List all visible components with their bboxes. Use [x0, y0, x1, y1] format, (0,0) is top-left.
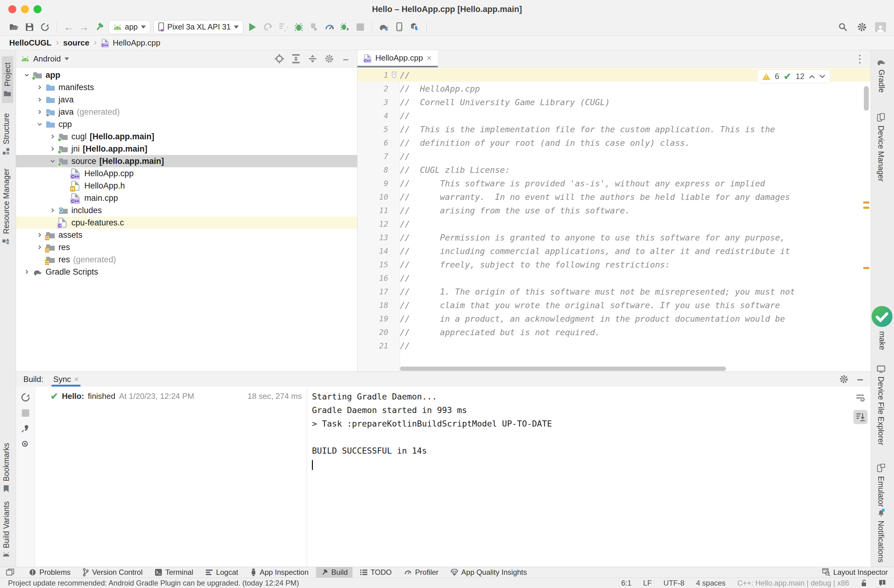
build-console[interactable]: Starting Gradle Daemon... Gradle Daemon … [307, 387, 871, 567]
scroll-to-end-icon[interactable] [853, 410, 868, 424]
status-message[interactable]: Project update recommended: Android Grad… [8, 579, 299, 587]
back-icon[interactable]: ← [62, 21, 75, 33]
code-line[interactable]: 14// including commercial applications, … [358, 244, 871, 258]
code-area[interactable]: 1 // 2// HelloApp.cpp 3// Cornell Univer… [358, 68, 871, 371]
prev-problem-icon[interactable] [809, 74, 815, 79]
code-line[interactable]: 11// arising from the use of this softwa… [358, 204, 871, 217]
breadcrumb-folder[interactable]: source [63, 38, 89, 48]
tool-button-profiler[interactable]: Profiler [399, 567, 443, 578]
warning-stripe-mark[interactable] [863, 267, 869, 269]
build-context[interactable]: C++: Hello.app.main | debug | x86 [737, 579, 849, 587]
fold-marker-icon[interactable] [388, 72, 400, 78]
hide-panel-icon[interactable]: – [857, 376, 863, 382]
tool-tab-device-manager[interactable]: Device Manager [876, 113, 885, 181]
tree-row-cpp[interactable]: cpp [16, 118, 357, 130]
collapse-all-icon[interactable] [306, 53, 319, 65]
code-line[interactable]: 12// [358, 217, 871, 231]
chevron-expanded-icon[interactable] [21, 73, 33, 77]
build-tab-sync[interactable]: Sync × [51, 372, 81, 387]
code-line[interactable]: 18// claim that you wrote the original s… [358, 298, 871, 312]
gear-icon[interactable] [839, 375, 849, 384]
editor-options-kebab-icon[interactable]: ⋮ [855, 53, 865, 65]
debug-icon[interactable] [293, 21, 305, 33]
tool-button-terminal[interactable]: Terminal [150, 567, 198, 578]
code-line[interactable]: 2// HelloApp.cpp [358, 82, 871, 95]
zoom-window-button[interactable] [33, 5, 42, 13]
refresh-icon[interactable] [21, 393, 30, 402]
code-line[interactable]: 10// warranty. In no event will the auth… [358, 190, 871, 204]
chevron-collapsed-icon[interactable] [34, 233, 45, 237]
tree-row-java[interactable]: java [16, 93, 357, 106]
editor-hscrollbar[interactable] [400, 366, 858, 371]
settings-gear-icon[interactable] [856, 21, 868, 33]
build-hammer-icon[interactable] [93, 21, 106, 33]
avatar[interactable] [875, 22, 886, 32]
apply-code-changes-icon[interactable] [277, 21, 290, 33]
tab-helloapp-cpp[interactable]: C++ HelloApp.cpp × [358, 50, 438, 67]
tree-row-jni[interactable]: jni [Hello.app.main] [16, 143, 357, 155]
chevron-collapsed-icon[interactable] [34, 110, 45, 114]
save-icon[interactable] [23, 21, 36, 33]
warning-stripe-mark[interactable] [863, 207, 869, 209]
tree-row-source[interactable]: source [Hello.app.main] [16, 155, 357, 167]
unlocked-icon[interactable] [861, 579, 867, 587]
line-ending[interactable]: LF [643, 579, 652, 587]
tree-row-res[interactable]: res [16, 241, 357, 253]
scrollbar-thumb[interactable] [864, 86, 869, 111]
attach-debugger-icon[interactable] [308, 21, 320, 33]
tool-tab-gradle[interactable]: Gradle [876, 58, 886, 93]
code-line[interactable]: 6// definition of your root (and in this… [358, 136, 871, 149]
chevron-collapsed-icon[interactable] [47, 208, 59, 213]
forward-icon[interactable]: → [78, 21, 90, 33]
code-line[interactable]: 16// [358, 271, 871, 285]
tree-row-gradle-scripts[interactable]: Gradle Scripts [16, 266, 357, 278]
tool-button-app-inspection[interactable]: App Inspection [246, 567, 314, 578]
build-result-row[interactable]: ✔ Hello: finished At 1/20/23, 12:24 PM 1… [50, 391, 302, 402]
code-line[interactable]: 8// CUGL zlib License: [358, 163, 871, 176]
code-line[interactable]: 7// [358, 149, 871, 163]
editor-scrollbar[interactable] [861, 68, 871, 366]
caret-position[interactable]: 6:1 [621, 579, 631, 587]
chevron-collapsed-icon[interactable] [34, 245, 45, 249]
chevron-expanded-icon[interactable] [34, 122, 45, 127]
code-line[interactable]: 19// in a product, an acknowledgment in … [358, 312, 871, 326]
gear-icon[interactable] [323, 53, 336, 65]
hide-panel-icon[interactable]: – [339, 53, 352, 65]
code-line[interactable]: 20// appreciated but is not required. [358, 326, 871, 339]
chevron-collapsed-icon[interactable] [47, 147, 59, 151]
pin-icon[interactable] [21, 424, 30, 433]
expand-all-icon[interactable] [290, 53, 302, 65]
tree-row-java-generated[interactable]: ✱ java (generated) [16, 106, 357, 118]
tool-button-logcat[interactable]: Logcat [201, 567, 243, 578]
filter-icon[interactable] [21, 440, 30, 449]
tool-tab-notifications[interactable]: Notifications [876, 508, 885, 562]
stop-icon[interactable] [354, 21, 366, 33]
code-line[interactable]: 15// freely, subject to the following re… [358, 258, 871, 271]
notification-badge-icon[interactable] [879, 580, 886, 586]
tool-button-todo[interactable]: TODO [355, 567, 397, 578]
tree-row-helloapp-h[interactable]: H HelloApp.h [16, 179, 357, 192]
tree-row-cpu-features[interactable]: C cpu-features.c [16, 217, 357, 229]
close-window-button[interactable] [8, 5, 16, 13]
code-line[interactable]: 3// Cornell University Game Library (CUG… [358, 95, 871, 109]
gradle-sync-icon[interactable] [378, 21, 390, 33]
tree-row-includes[interactable]: includes [16, 204, 357, 217]
code-line[interactable]: 5// This is the implementation file for … [358, 122, 871, 136]
chevron-expanded-icon[interactable] [47, 159, 59, 163]
code-line[interactable]: 13// Permission is granted to anyone to … [358, 231, 871, 244]
tool-tab-device-file-explorer[interactable]: Device File Explorer [876, 365, 885, 445]
profile-rerun-icon[interactable]: A [262, 21, 274, 33]
indent-setting[interactable]: 4 spaces [696, 579, 726, 587]
run-icon[interactable] [246, 21, 259, 33]
project-view-selector[interactable]: Android [33, 54, 61, 64]
profile-low-overhead-icon[interactable] [339, 21, 351, 33]
locate-icon[interactable] [273, 53, 286, 65]
run-config-selector[interactable]: app [109, 20, 150, 34]
sync-icon[interactable] [39, 21, 51, 33]
tool-button-problems[interactable]: Problems [24, 567, 76, 578]
warning-stripe-mark[interactable] [863, 201, 869, 204]
chevron-collapsed-icon[interactable] [34, 98, 45, 102]
minimize-window-button[interactable] [21, 5, 29, 13]
open-icon[interactable] [8, 21, 20, 33]
tool-button-app-quality-insights[interactable]: App Quality Insights [446, 567, 532, 578]
